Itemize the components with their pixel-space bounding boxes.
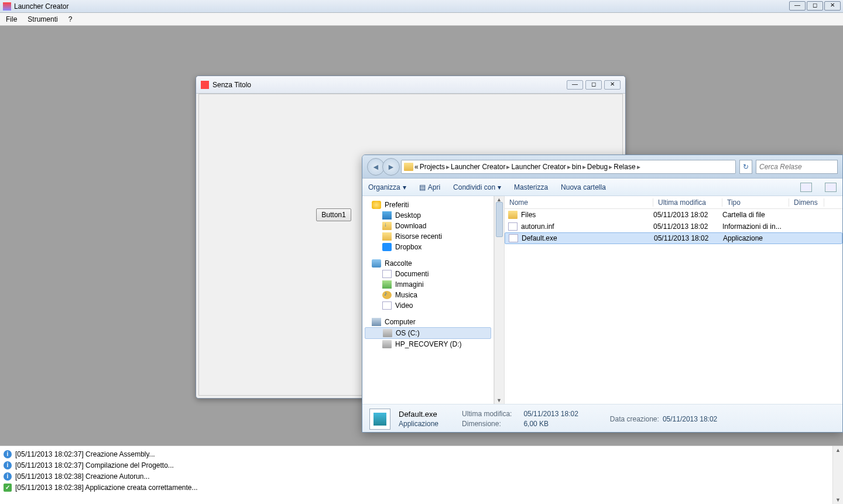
address-breadcrumb[interactable]: « Projects▸ Launcher Creator▸ Launcher C… (401, 160, 736, 174)
breadcrumb-item[interactable]: Launcher Creator (511, 163, 566, 171)
details-pane: Default.exe Ultima modifica: 05/11/2013 … (362, 404, 842, 433)
form-minimize-button[interactable]: — (567, 80, 583, 90)
log-scrollbar[interactable]: ▲▼ (832, 446, 843, 504)
maximize-button[interactable]: ◻ (807, 1, 823, 11)
explorer-window[interactable]: ◄ ► « Projects▸ Launcher Creator▸ Launch… (362, 155, 843, 433)
details-size-value: 6,00 KB (523, 420, 578, 428)
details-filetype: Applicazione (399, 420, 438, 428)
document-icon (382, 270, 392, 278)
nav-favorites-header[interactable]: Preferiti (362, 200, 494, 210)
nav-libraries-header[interactable]: Raccolte (362, 258, 494, 269)
column-modified[interactable]: Ultima modifica (653, 198, 722, 207)
drive-icon (382, 340, 392, 348)
burn-button[interactable]: Masterizza (514, 183, 548, 191)
open-button[interactable]: ▤ Apri (419, 183, 440, 191)
menu-tools[interactable]: Strumenti (28, 15, 57, 23)
file-row-folder[interactable]: Files 05/11/2013 18:02 Cartella di file (505, 209, 842, 221)
libraries-icon (372, 259, 381, 268)
button1[interactable]: Button1 (316, 208, 351, 221)
organize-button[interactable]: Organizza ▾ (368, 183, 406, 191)
nav-recent[interactable]: Risorse recenti (362, 231, 494, 242)
recent-icon (382, 232, 392, 241)
refresh-button[interactable]: ↻ (739, 160, 752, 174)
details-size-label: Dimensione: (462, 420, 512, 428)
column-name[interactable]: Nome (505, 198, 653, 207)
file-row-default-exe[interactable]: Default.exe 05/11/2013 18:02 Applicazion… (505, 232, 842, 244)
new-folder-button[interactable]: Nuova cartella (561, 183, 606, 191)
app-title: Launcher Creator (14, 2, 68, 11)
breadcrumb-item[interactable]: Launcher Creator (451, 163, 505, 171)
design-form-titlebar[interactable]: Senza Titolo — ◻ ✕ (196, 76, 625, 94)
minimize-button[interactable]: — (789, 1, 806, 11)
breadcrumb-item[interactable]: Relase (614, 163, 635, 171)
music-icon (382, 291, 392, 299)
design-canvas: Senza Titolo — ◻ ✕ Button1 ◄ ► « Project… (0, 26, 843, 445)
nav-computer-header[interactable]: Computer (362, 317, 494, 327)
details-mod-label: Ultima modifica: (462, 410, 512, 419)
star-icon (372, 201, 381, 209)
download-icon (382, 222, 392, 230)
navigation-pane: Preferiti Desktop Download Risorse recen… (362, 196, 494, 404)
menu-file[interactable]: File (6, 15, 17, 23)
nav-forward-button[interactable]: ► (382, 158, 400, 176)
info-icon: i (4, 461, 12, 469)
nav-drive-d[interactable]: HP_RECOVERY (D:) (362, 339, 494, 349)
drive-icon (383, 329, 392, 337)
image-icon (382, 280, 392, 289)
file-list-header: Nome Ultima modifica Tipo Dimens (505, 196, 842, 209)
menu-bar: File Strumenti ? (0, 13, 843, 26)
details-created-label: Data creazione: (610, 415, 659, 423)
nav-dropbox[interactable]: Dropbox (362, 242, 494, 252)
explorer-nav-bar: ◄ ► « Projects▸ Launcher Creator▸ Launch… (362, 155, 842, 179)
close-button[interactable]: ✕ (824, 1, 841, 11)
breadcrumb-item[interactable]: Debug (587, 163, 608, 171)
search-input[interactable] (756, 160, 838, 174)
file-icon (508, 222, 518, 231)
explorer-toolbar: Organizza ▾ ▤ Apri Condividi con ▾ Maste… (362, 179, 842, 196)
details-mod-value: 05/11/2013 18:02 (523, 410, 578, 419)
nav-video[interactable]: Video (362, 300, 494, 311)
log-entry[interactable]: ✓[05/11/2013 18:02:38] Applicazione crea… (4, 482, 839, 493)
breadcrumb-item[interactable]: bin (572, 163, 581, 171)
exe-icon (509, 234, 518, 242)
nav-music[interactable]: Musica (362, 290, 494, 300)
breadcrumb-prefix: « (414, 163, 419, 171)
app-icon (3, 2, 11, 11)
app-titlebar: Launcher Creator — ◻ ✕ (0, 0, 843, 13)
form-icon (201, 81, 209, 89)
log-entry[interactable]: i[05/11/2013 18:02:37] Compilazione del … (4, 460, 839, 471)
log-panel: i[05/11/2013 18:02:37] Creazione Assembl… (0, 445, 843, 504)
nav-download[interactable]: Download (362, 221, 494, 231)
nav-documents[interactable]: Documenti (362, 269, 494, 279)
details-icon (369, 409, 390, 430)
success-icon: ✓ (4, 484, 12, 492)
column-size[interactable]: Dimens (789, 198, 824, 207)
column-type[interactable]: Tipo (722, 198, 789, 207)
file-row-autorun[interactable]: autorun.inf 05/11/2013 18:02 Informazion… (505, 221, 842, 232)
details-created-value: 05/11/2013 18:02 (663, 415, 717, 423)
desktop-icon (382, 211, 392, 220)
info-icon: i (4, 472, 12, 481)
video-icon (382, 301, 392, 310)
form-title: Senza Titolo (213, 81, 251, 89)
log-entry[interactable]: i[05/11/2013 18:02:37] Creazione Assembl… (4, 448, 839, 460)
file-list: Nome Ultima modifica Tipo Dimens Files 0… (505, 196, 842, 404)
log-entry[interactable]: i[05/11/2013 18:02:38] Creazione Autorun… (4, 471, 839, 482)
nav-desktop[interactable]: Desktop (362, 210, 494, 221)
form-maximize-button[interactable]: ◻ (585, 80, 602, 90)
preview-pane-button[interactable] (825, 183, 837, 192)
dropbox-icon (382, 243, 392, 251)
form-close-button[interactable]: ✕ (604, 80, 621, 90)
details-filename: Default.exe (399, 410, 438, 419)
navpane-scrollbar[interactable]: ▲▼ (494, 196, 505, 404)
info-icon: i (4, 450, 12, 458)
computer-icon (372, 318, 381, 326)
view-mode-button[interactable] (800, 183, 812, 192)
nav-drive-c[interactable]: OS (C:) (365, 327, 491, 339)
folder-icon (404, 163, 413, 171)
folder-icon (508, 211, 518, 219)
nav-images[interactable]: Immagini (362, 279, 494, 290)
menu-help[interactable]: ? (68, 15, 73, 23)
share-button[interactable]: Condividi con ▾ (453, 183, 501, 191)
breadcrumb-item[interactable]: Projects (420, 163, 445, 171)
